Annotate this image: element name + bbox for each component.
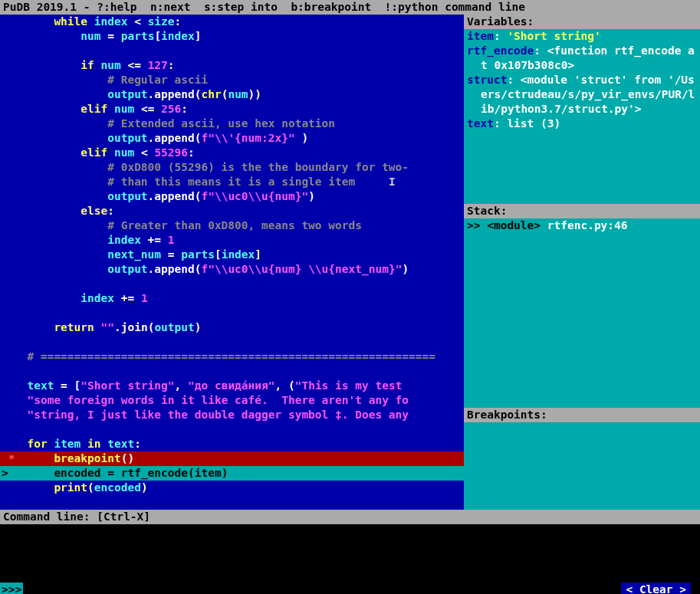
stack-title: Stack: [464,204,700,218]
commandline-prompt: >>> [0,583,23,594]
commandline-bar[interactable]: >>> < Clear > [0,583,700,594]
source-line[interactable] [0,422,464,437]
source-line[interactable]: for item in text: [0,437,464,451]
source-line[interactable]: output.append(chr(num)) [0,87,464,102]
source-line[interactable]: while index < size: [0,15,464,29]
stack-body[interactable]: >> <module> rtfenc.py:46 [464,218,700,408]
source-line[interactable]: return "".join(output) [0,320,464,335]
title-bar: PuDB 2019.1 - ?:help n:next s:step into … [0,0,700,15]
source-line[interactable]: "some foreign words in it like café. The… [0,393,464,408]
source-line[interactable]: # ======================================… [0,350,464,364]
source-line[interactable]: # Extended ascii, use hex notation [0,117,464,131]
breakpoints-body[interactable] [464,422,700,510]
clear-button[interactable]: < Clear > [621,583,691,594]
variable-row[interactable]: struct: <module 'struct' from '/Users/ct… [467,73,697,117]
source-line[interactable]: else: [0,204,464,218]
variable-row[interactable]: text: list (3) [467,117,697,131]
source-line[interactable]: * breakpoint() [0,451,464,466]
source-line[interactable]: elif num <= 256: [0,102,464,117]
source-line[interactable]: index += 1 [0,291,464,306]
commandline-output[interactable] [0,524,700,583]
source-line[interactable]: print(encoded) [0,481,464,495]
source-line[interactable] [0,335,464,350]
source-pane[interactable]: while index < size: num = parts[index] i… [0,15,464,510]
source-line[interactable]: output.append(f"\\'{num:2x}" ) [0,131,464,146]
variable-row[interactable]: rtf_encode: <function rtf_encode at 0x10… [467,44,697,73]
main-area: while index < size: num = parts[index] i… [0,15,700,510]
source-line[interactable]: if num <= 127: [0,58,464,73]
breakpoints-title: Breakpoints: [464,408,700,422]
source-line[interactable] [0,277,464,291]
variable-row[interactable]: item: 'Short string' [467,29,697,44]
commandline-input[interactable] [23,583,621,594]
commandline-label: Command line: [Ctrl-X] [0,510,700,524]
source-line[interactable]: output.append(f"\\uc0\\u{num}") [0,189,464,204]
source-line[interactable]: > encoded = rtf_encode(item) [0,466,464,481]
right-pane: Variables: item: 'Short string'rtf_encod… [464,15,700,510]
variables-body[interactable]: item: 'Short string'rtf_encode: <functio… [464,29,700,204]
source-line[interactable]: "string, I just like the double dagger s… [0,408,464,422]
source-line[interactable] [0,44,464,58]
variables-title: Variables: [464,15,700,29]
source-line[interactable]: output.append(f"\\uc0\\u{num} \\u{next_n… [0,262,464,277]
stack-panel[interactable]: Stack: >> <module> rtfenc.py:46 [464,204,700,408]
source-line[interactable]: # Regular ascii [0,73,464,87]
variables-panel[interactable]: Variables: item: 'Short string'rtf_encod… [464,15,700,204]
source-line[interactable]: text = ["Short string", "до свида́ния", … [0,379,464,393]
source-line[interactable]: # 0xD800 (55296) is the the boundary for… [0,160,464,175]
breakpoints-panel[interactable]: Breakpoints: [464,408,700,510]
source-line[interactable] [0,306,464,320]
source-line[interactable]: # than this means it is a single item I [0,175,464,189]
source-line[interactable]: elif num < 55296: [0,146,464,160]
source-code[interactable]: while index < size: num = parts[index] i… [0,15,464,495]
source-line[interactable] [0,364,464,379]
source-line[interactable]: index += 1 [0,233,464,248]
source-line[interactable]: next_num = parts[index] [0,248,464,262]
source-line[interactable]: num = parts[index] [0,29,464,44]
source-line[interactable]: # Greater than 0xD800, means two words [0,218,464,233]
